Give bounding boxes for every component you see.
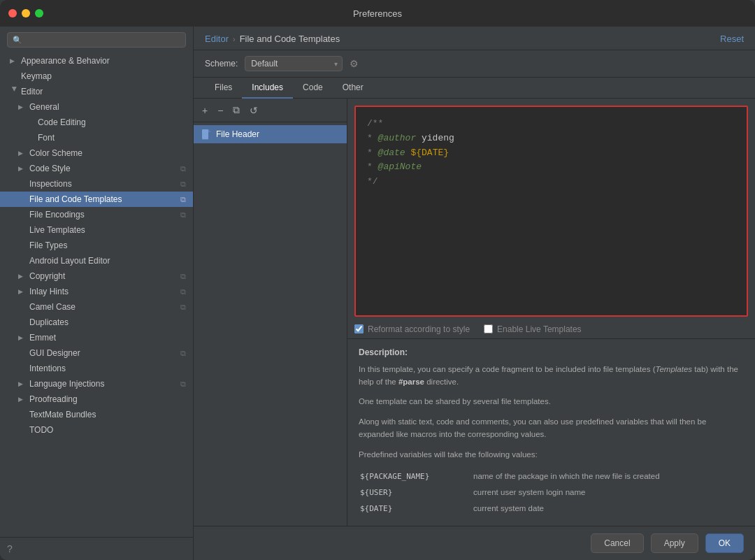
template-item-file-header[interactable]: File Header [194, 125, 347, 143]
search-box[interactable]: 🔍 [7, 32, 186, 48]
var-name-1: ${PACKAGE_NAME} [360, 469, 472, 484]
live-templates-checkbox-label[interactable]: Enable Live Templates [484, 324, 582, 334]
breadcrumb-parent[interactable]: Editor [205, 34, 229, 44]
expand-arrow [27, 119, 36, 126]
gear-button[interactable]: ⚙ [350, 58, 359, 69]
sidebar-item-label: Font [38, 133, 55, 143]
main-content: 🔍 ▶ Appearance & Behavior Keymap ▶ Edito… [0, 27, 755, 560]
sidebar-item-textmate-bundles[interactable]: TextMate Bundles [0, 407, 193, 422]
reformat-checkbox-label[interactable]: Reformat according to style [354, 324, 470, 334]
sidebar-item-label: Proofreading [29, 394, 78, 404]
apply-button[interactable]: Apply [651, 533, 698, 553]
sidebar-item-label: TODO [29, 425, 53, 435]
tab-code[interactable]: Code [293, 78, 333, 99]
reset-button[interactable]: Reset [720, 34, 744, 44]
copy-icon: ⧉ [180, 195, 186, 204]
copy-icon: ⧉ [180, 164, 186, 173]
sidebar: 🔍 ▶ Appearance & Behavior Keymap ▶ Edito… [0, 27, 194, 560]
template-items: File Header [194, 122, 347, 526]
expand-arrow [18, 180, 28, 187]
sidebar-item-file-encodings[interactable]: File Encodings ⧉ [0, 207, 193, 222]
sidebar-item-inspections[interactable]: Inspections ⧉ [0, 176, 193, 192]
sidebar-item-language-injections[interactable]: ▶ Language Injections ⧉ [0, 376, 193, 392]
sidebar-item-todo[interactable]: TODO [0, 422, 193, 438]
copy-template-button[interactable]: ⧉ [230, 103, 243, 117]
right-header: Editor › File and Code Templates Reset [194, 27, 755, 50]
sidebar-item-appearance[interactable]: ▶ Appearance & Behavior [0, 53, 193, 69]
maximize-button[interactable] [35, 9, 43, 17]
svg-marker-1 [208, 129, 211, 132]
sidebar-item-camel-case[interactable]: Camel Case ⧉ [0, 299, 193, 315]
description-paragraph-1: In this template, you can specify a code… [359, 363, 744, 389]
sidebar-item-editor[interactable]: ▶ Editor [0, 84, 193, 99]
expand-arrow [27, 134, 36, 141]
template-item-label: File Header [216, 129, 259, 139]
expand-arrow [18, 196, 28, 203]
description-predefined-label: Predefined variables will take the follo… [359, 448, 744, 461]
help-button[interactable]: ? [0, 537, 193, 560]
expand-arrow: ▶ [18, 380, 28, 387]
live-templates-checkbox[interactable] [484, 324, 493, 333]
var-desc-3: current system date [473, 501, 742, 516]
tab-includes[interactable]: Includes [242, 78, 293, 99]
sidebar-item-label: Editor [21, 87, 43, 96]
sidebar-item-proofreading[interactable]: ▶ Proofreading [0, 392, 193, 407]
sidebar-item-color-scheme[interactable]: ▶ Color Scheme [0, 145, 193, 161]
add-template-button[interactable]: + [199, 103, 210, 117]
sidebar-item-emmet[interactable]: ▶ Emmet [0, 330, 193, 345]
remove-template-button[interactable]: − [215, 103, 226, 117]
sidebar-item-font[interactable]: Font [0, 130, 193, 145]
ok-button[interactable]: OK [705, 533, 744, 553]
sidebar-item-file-types[interactable]: File Types [0, 238, 193, 253]
sidebar-item-label: Keymap [21, 71, 52, 81]
live-templates-label: Enable Live Templates [497, 324, 582, 334]
scheme-select[interactable]: Default Project [245, 56, 343, 71]
sidebar-item-code-style[interactable]: ▶ Code Style ⧉ [0, 161, 193, 176]
sidebar-item-copyright[interactable]: ▶ Copyright ⧉ [0, 268, 193, 284]
variables-table: ${PACKAGE_NAME} name of the package in w… [359, 468, 744, 517]
expand-arrow [18, 227, 28, 234]
sidebar-item-keymap[interactable]: Keymap [0, 69, 193, 84]
search-input[interactable] [26, 35, 180, 45]
checkbox-row: Reformat according to style Enable Live … [347, 320, 755, 338]
expand-arrow [18, 303, 28, 310]
code-editor[interactable]: /** * @author yideng * @date ${DATE} * @… [354, 106, 748, 317]
sidebar-item-android-layout[interactable]: Android Layout Editor [0, 253, 193, 268]
sidebar-item-label: TextMate Bundles [29, 410, 96, 419]
cancel-button[interactable]: Cancel [591, 533, 643, 553]
table-row: ${USER} current user system login name [360, 485, 742, 500]
copy-icon: ⧉ [180, 349, 186, 358]
expand-arrow [18, 411, 28, 418]
sidebar-item-label: File and Code Templates [29, 194, 122, 204]
sidebar-item-duplicates[interactable]: Duplicates [0, 315, 193, 330]
description-title: Description: [359, 347, 744, 357]
sidebar-item-intentions[interactable]: Intentions [0, 361, 193, 376]
sidebar-item-general[interactable]: ▶ General [0, 99, 193, 115]
tab-other[interactable]: Other [333, 78, 373, 99]
minimize-button[interactable] [22, 9, 30, 17]
sidebar-item-label: GUI Designer [29, 348, 80, 358]
table-row: ${DATE} current system date [360, 501, 742, 516]
close-button[interactable] [8, 9, 17, 17]
code-editor-wrap: /** * @author yideng * @date ${DATE} * @… [347, 99, 755, 526]
svg-rect-2 [202, 139, 208, 140]
expand-arrow: ▶ [18, 165, 28, 172]
code-line-5: */ [367, 175, 735, 189]
var-desc-2: current user system login name [473, 485, 742, 500]
sidebar-item-gui-designer[interactable]: GUI Designer ⧉ [0, 345, 193, 361]
reformat-checkbox[interactable] [354, 324, 364, 333]
sidebar-item-code-editing[interactable]: Code Editing [0, 115, 193, 130]
editor-area: + − ⧉ ↺ [194, 99, 755, 526]
sidebar-list: ▶ Appearance & Behavior Keymap ▶ Editor … [0, 53, 193, 537]
right-panel: Editor › File and Code Templates Reset S… [194, 27, 755, 560]
sidebar-item-live-templates[interactable]: Live Templates [0, 222, 193, 238]
code-line-2: * @author yideng [367, 131, 735, 146]
sidebar-item-inlay-hints[interactable]: ▶ Inlay Hints ⧉ [0, 284, 193, 299]
sidebar-item-file-code-templates[interactable]: File and Code Templates ⧉ [0, 192, 193, 207]
tabs-row: Files Includes Code Other [194, 78, 755, 99]
reset-template-button[interactable]: ↺ [247, 103, 261, 117]
search-icon: 🔍 [13, 36, 22, 45]
expand-arrow: ▶ [18, 150, 28, 157]
copy-icon: ⧉ [180, 210, 186, 220]
tab-files[interactable]: Files [205, 78, 242, 99]
